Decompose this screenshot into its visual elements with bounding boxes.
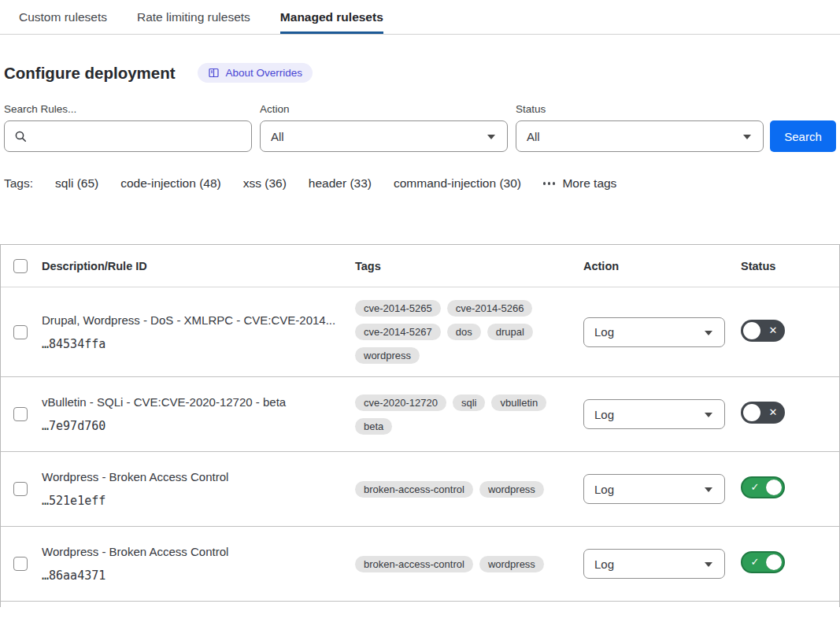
- status-toggle[interactable]: ✓: [741, 476, 785, 498]
- tag-badge: cve-2014-5266: [447, 300, 533, 317]
- table-row: Wordpress - Broken Access Control …521e1…: [1, 452, 839, 527]
- about-overrides-label: About Overrides: [226, 67, 303, 79]
- toggle-knob: [743, 404, 760, 421]
- status-filter-select[interactable]: All: [516, 120, 764, 152]
- action-select-value: Log: [594, 325, 614, 339]
- row-action-select[interactable]: Log: [583, 474, 725, 504]
- tag-badge: wordpress: [479, 556, 544, 572]
- tag-badge: beta: [355, 418, 392, 435]
- tag-filter[interactable]: code-injection (48): [120, 176, 221, 191]
- rule-id: …86aa4371: [42, 569, 342, 583]
- tag-filter[interactable]: header (33): [309, 176, 372, 191]
- tag-badge: wordpress: [479, 481, 544, 498]
- row-action-select[interactable]: Log: [583, 317, 725, 347]
- search-box: [4, 120, 252, 152]
- tab-rate-limiting-rulesets[interactable]: Rate limiting rulesets: [137, 0, 250, 34]
- tag-badge: broken-access-control: [355, 556, 473, 572]
- chevron-down-icon: [487, 135, 495, 139]
- chevron-down-icon: [743, 135, 751, 139]
- ruleset-tabs: Custom rulesets Rate limiting rulesets M…: [0, 0, 840, 35]
- chevron-down-icon: [705, 487, 712, 492]
- row-checkbox[interactable]: [13, 325, 28, 339]
- page-title: Configure deployment: [4, 64, 176, 83]
- table-row: vBulletin - SQLi - CVE:CVE-2020-12720 - …: [1, 377, 839, 452]
- table-row: Drupal, Wordpress - DoS - XMLRPC - CVE:C…: [1, 287, 839, 377]
- tab-managed-rulesets[interactable]: Managed rulesets: [280, 0, 383, 34]
- action-select-value: Log: [594, 408, 614, 421]
- tag-badge: wordpress: [355, 347, 420, 364]
- more-tags-button[interactable]: More tags: [543, 176, 616, 191]
- rule-tags: broken-access-controlwordpress: [355, 452, 583, 526]
- toggle-knob: [743, 322, 760, 339]
- book-icon: [208, 67, 220, 79]
- rule-description: Wordpress - Broken Access Control: [42, 470, 342, 483]
- chevron-down-icon: [705, 413, 712, 417]
- tag-badge: dos: [447, 324, 481, 340]
- rule-description: Drupal, Wordpress - DoS - XMLRPC - CVE:C…: [42, 313, 342, 327]
- tag-badge: cve-2020-12720: [355, 394, 446, 411]
- table-row: Wordpress - Broken Access Control …86aa4…: [1, 527, 839, 602]
- about-overrides-link[interactable]: About Overrides: [198, 63, 313, 83]
- action-filter-label: Action: [260, 103, 508, 115]
- action-filter-select[interactable]: All: [260, 120, 508, 152]
- toggle-knob: [766, 480, 782, 495]
- heading-row: Configure deployment About Overrides: [4, 63, 836, 83]
- column-header-description: Description/Rule ID: [42, 260, 355, 272]
- search-input[interactable]: [5, 121, 251, 151]
- tag-badge: cve-2014-5265: [355, 300, 441, 317]
- table-cutoff-row: [1, 602, 839, 607]
- toggle-state-icon: ✕: [762, 320, 784, 342]
- status-toggle[interactable]: ✓: [741, 551, 785, 573]
- filter-bar: Search Rules... Action All Status All Se…: [4, 103, 836, 152]
- toggle-state-icon: ✓: [744, 476, 766, 498]
- tag-badge: sqli: [453, 394, 486, 411]
- tags-bar-label: Tags:: [4, 176, 33, 191]
- tab-custom-rulesets[interactable]: Custom rulesets: [19, 0, 107, 34]
- toggle-state-icon: ✕: [762, 402, 784, 424]
- tag-filter[interactable]: command-injection (30): [394, 176, 521, 191]
- chevron-down-icon: [705, 562, 712, 567]
- row-checkbox[interactable]: [13, 482, 28, 496]
- status-filter-value: All: [527, 130, 540, 143]
- table-header-row: Description/Rule ID Tags Action Status: [1, 245, 839, 287]
- action-filter-value: All: [271, 130, 284, 143]
- status-toggle[interactable]: ✕: [741, 320, 785, 342]
- status-toggle[interactable]: ✕: [741, 402, 785, 424]
- rule-id: …7e97d760: [42, 419, 342, 433]
- action-select-value: Log: [594, 557, 614, 571]
- column-header-status: Status: [741, 260, 839, 272]
- row-action-select[interactable]: Log: [583, 549, 725, 579]
- row-checkbox[interactable]: [13, 407, 28, 421]
- search-rules-label: Search Rules...: [4, 103, 252, 115]
- rule-id: …521e1eff: [42, 494, 342, 508]
- toggle-state-icon: ✓: [744, 551, 766, 573]
- search-button[interactable]: Search: [770, 120, 836, 152]
- row-checkbox[interactable]: [13, 557, 28, 571]
- tag-filter-list: sqli (65)code-injection (48)xss (36)head…: [55, 176, 521, 191]
- action-select-value: Log: [594, 483, 614, 496]
- rule-id: …84534ffa: [42, 337, 342, 351]
- tag-badge: broken-access-control: [355, 481, 473, 498]
- tag-badge: drupal: [487, 324, 533, 340]
- rules-table: Description/Rule ID Tags Action Status D…: [0, 244, 840, 607]
- tag-filter[interactable]: xss (36): [243, 176, 287, 191]
- rule-tags: cve-2020-12720sqlivbulletinbeta: [355, 377, 583, 451]
- status-filter-label: Status: [516, 103, 764, 115]
- rule-description: vBulletin - SQLi - CVE:CVE-2020-12720 - …: [42, 395, 342, 409]
- table-body: Drupal, Wordpress - DoS - XMLRPC - CVE:C…: [1, 287, 839, 602]
- rule-tags: broken-access-controlwordpress: [355, 527, 583, 601]
- rule-description: Wordpress - Broken Access Control: [42, 545, 342, 558]
- column-header-tags: Tags: [355, 260, 583, 272]
- tag-filter[interactable]: sqli (65): [55, 176, 98, 191]
- tags-bar: Tags: sqli (65)code-injection (48)xss (3…: [4, 176, 836, 191]
- row-action-select[interactable]: Log: [583, 399, 725, 429]
- chevron-down-icon: [705, 331, 712, 335]
- column-header-action: Action: [583, 260, 741, 272]
- tag-badge: cve-2014-5267: [355, 324, 441, 340]
- ellipsis-icon: [543, 182, 556, 185]
- more-tags-label: More tags: [562, 176, 616, 191]
- tag-badge: vbulletin: [491, 394, 546, 411]
- select-all-checkbox[interactable]: [13, 259, 28, 273]
- rule-tags: cve-2014-5265cve-2014-5266cve-2014-5267d…: [355, 287, 583, 376]
- toggle-knob: [766, 554, 782, 570]
